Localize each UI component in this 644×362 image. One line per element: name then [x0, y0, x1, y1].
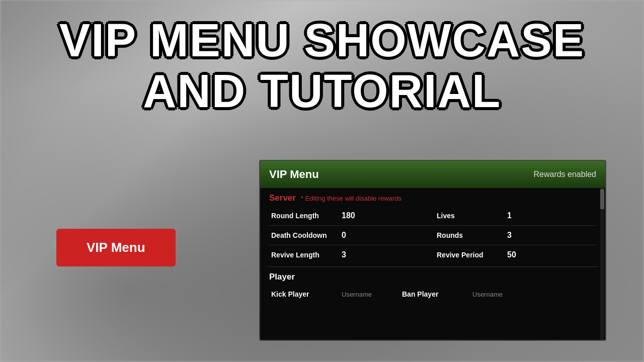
main-content: VIP MENU SHOWCASE AND TUTORIAL VIP Menu …	[0, 0, 644, 362]
setting-label-round-length: Round Length	[271, 212, 342, 220]
setting-label-lives: Lives	[437, 212, 507, 220]
setting-label-revive-length: Revive Length	[271, 251, 342, 259]
setting-value-death-cooldown: 0	[342, 231, 382, 240]
server-section-note: * Editing these will disable rewards	[301, 195, 401, 202]
player-section-title: Player	[269, 272, 295, 282]
kick-player-input[interactable]: Username	[342, 291, 402, 298]
player-section-header: Player	[267, 267, 598, 285]
player-section: Player Kick Player Username Ban Player U…	[267, 266, 598, 303]
player-row: Kick Player Username Ban Player Username	[267, 285, 598, 303]
setting-value-rounds: 3	[507, 231, 547, 240]
setting-label-death-cooldown: Death Cooldown	[271, 231, 342, 239]
scrollbar-thumb[interactable]	[600, 189, 604, 209]
setting-value-revive-period: 50	[507, 250, 547, 259]
vip-menu-panel: VIP Menu Rewards enabled Server * Editin…	[259, 160, 606, 341]
title-block: VIP MENU SHOWCASE AND TUTORIAL	[0, 0, 644, 117]
setting-death-cooldown: Death Cooldown 0	[267, 226, 433, 245]
setting-label-rounds: Rounds	[437, 231, 507, 239]
vip-menu-button[interactable]: VIP Menu	[56, 229, 176, 266]
vip-button-container: VIP Menu	[56, 229, 176, 266]
setting-rounds: Rounds 3	[433, 226, 598, 245]
setting-value-round-length: 180	[342, 211, 382, 220]
setting-revive-length: Revive Length 3	[267, 245, 433, 264]
title-line2: AND TUTORIAL	[0, 66, 644, 117]
scrollbar[interactable]	[600, 188, 604, 341]
setting-label-revive-period: Revive Period	[437, 251, 507, 259]
title-line1: VIP MENU SHOWCASE	[0, 15, 644, 66]
ban-player-label: Ban Player	[402, 290, 472, 298]
setting-lives: Lives 1	[433, 206, 598, 225]
panel-body: Server * Editing these will disable rewa…	[260, 188, 605, 310]
rewards-status: Rewards enabled	[533, 170, 596, 179]
kick-player-label: Kick Player	[271, 290, 342, 298]
setting-value-lives: 1	[507, 211, 547, 220]
server-section-title: Server	[269, 193, 296, 203]
ban-player-input[interactable]: Username	[472, 291, 533, 298]
server-section-header: Server * Editing these will disable rewa…	[267, 188, 598, 206]
setting-round-length: Round Length 180	[267, 206, 433, 225]
panel-header: VIP Menu Rewards enabled	[260, 161, 605, 188]
panel-title: VIP Menu	[269, 168, 319, 181]
setting-revive-period: Revive Period 50	[433, 245, 598, 264]
server-settings-grid: Round Length 180 Lives 1 Death Cooldown …	[267, 206, 598, 264]
setting-value-revive-length: 3	[342, 250, 382, 259]
